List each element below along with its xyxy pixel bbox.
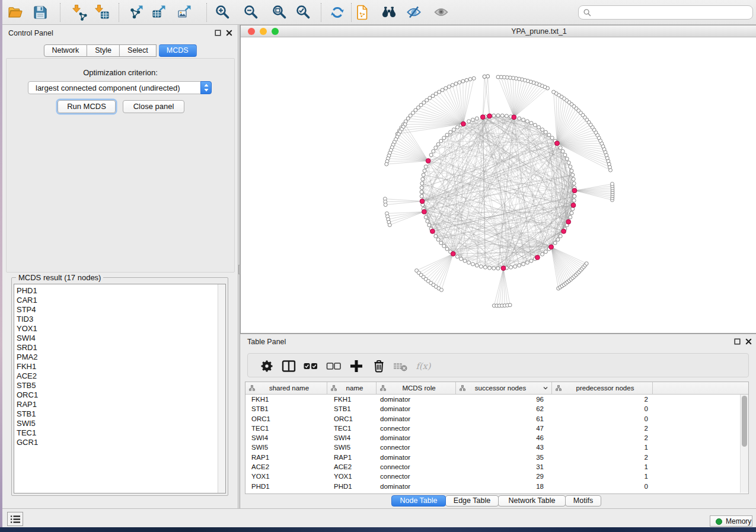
table-settings-icon[interactable]	[259, 358, 275, 374]
float-table-panel-icon[interactable]	[734, 338, 741, 345]
column-header-name[interactable]: name	[327, 382, 377, 394]
table-row[interactable]: TEC1TEC1connector472	[245, 424, 739, 433]
zoom-selected-icon[interactable]	[295, 4, 312, 21]
table-row[interactable]: ORC1ORC1dominator610	[245, 414, 739, 424]
cell[interactable]: connector	[377, 424, 456, 433]
cell[interactable]: 29	[456, 472, 552, 481]
export-table-icon[interactable]	[151, 4, 168, 21]
mcds-result-item[interactable]: YOX1	[17, 324, 216, 334]
select-all-columns-icon[interactable]	[303, 358, 318, 374]
run-mcds-button[interactable]: Run MCDS	[58, 100, 116, 113]
cell[interactable]: YOX1	[327, 472, 377, 481]
cell[interactable]: ACE2	[245, 462, 327, 472]
cell[interactable]: STB1	[245, 404, 327, 414]
table-row[interactable]: ACE2ACE2connector311	[245, 462, 739, 472]
cell[interactable]: 0	[552, 404, 653, 414]
cell[interactable]: dominator	[377, 433, 456, 443]
cell[interactable]: 2	[552, 395, 653, 404]
mcds-result-item[interactable]: RAP1	[17, 400, 216, 409]
column-header-predecessor-nodes[interactable]: predecessor nodes	[552, 382, 653, 394]
zoom-fit-icon[interactable]	[272, 4, 288, 21]
float-panel-icon[interactable]	[215, 30, 221, 36]
network-window-titlebar[interactable]: YPA_prune.txt_1	[241, 25, 756, 37]
save-session-icon[interactable]	[32, 4, 49, 21]
cell[interactable]: PHD1	[245, 482, 327, 491]
zoom-in-icon[interactable]	[215, 4, 231, 21]
close-panel-icon[interactable]	[226, 30, 232, 36]
mcds-result-item[interactable]: STB1	[17, 409, 216, 419]
mcds-result-item[interactable]: PMA2	[17, 352, 216, 362]
table-row[interactable]: SWI4SWI4dominator462	[245, 433, 739, 443]
cell[interactable]: ORC1	[245, 414, 327, 424]
cell[interactable]: 31	[456, 462, 552, 472]
tab-network-table[interactable]: Network Table	[498, 495, 566, 507]
cell[interactable]: STB1	[327, 404, 377, 414]
search-box[interactable]	[578, 5, 753, 20]
table-row[interactable]: YOX1YOX1connector291	[245, 472, 739, 481]
task-history-button[interactable]	[7, 512, 23, 526]
mcds-result-item[interactable]: ORC1	[17, 390, 216, 400]
delete-column-icon[interactable]	[371, 358, 387, 374]
show-all-icon[interactable]	[433, 4, 449, 21]
cell[interactable]: YOX1	[245, 472, 327, 481]
mcds-result-item[interactable]: TID3	[17, 315, 216, 324]
cell[interactable]: 1	[552, 443, 653, 452]
table-scrollbar-thumb[interactable]	[742, 396, 747, 447]
cell[interactable]: 43	[456, 443, 552, 452]
cell[interactable]: SWI4	[327, 433, 377, 443]
criterion-dropdown[interactable]: largest connected component (undirected)	[28, 81, 212, 94]
cell[interactable]: RAP1	[245, 453, 327, 462]
cell[interactable]: 0	[552, 414, 653, 424]
window-close-icon[interactable]	[248, 28, 255, 35]
cell[interactable]: 96	[456, 395, 552, 404]
cell[interactable]: 2	[552, 453, 653, 462]
hide-selected-icon[interactable]	[406, 4, 422, 21]
close-panel-button[interactable]: Close panel	[123, 100, 184, 113]
memory-button[interactable]: Memory	[710, 515, 752, 527]
cell[interactable]: dominator	[377, 453, 456, 462]
tab-motifs[interactable]: Motifs	[565, 495, 601, 507]
mcds-result-item[interactable]: CAR1	[17, 296, 216, 305]
cell[interactable]: ACE2	[327, 462, 377, 472]
mcds-result-item[interactable]: SWI4	[17, 334, 216, 343]
mcds-result-item[interactable]: GCR1	[17, 438, 216, 447]
import-network-icon[interactable]	[71, 4, 87, 21]
cell[interactable]: connector	[377, 462, 456, 472]
cell[interactable]: 35	[456, 453, 552, 462]
function-builder-icon[interactable]: f(x)	[416, 358, 431, 374]
export-network-icon[interactable]	[129, 4, 145, 21]
mcds-result-item[interactable]: STP4	[17, 305, 216, 315]
table-row[interactable]: PHD1PHD1dominator180	[245, 482, 739, 491]
mcds-result-item[interactable]: ACE2	[17, 371, 216, 381]
tab-select[interactable]: Select	[120, 44, 157, 57]
cell[interactable]: 61	[456, 414, 552, 424]
tab-node-table[interactable]: Node Table	[391, 495, 446, 507]
close-table-panel-icon[interactable]	[745, 338, 752, 345]
column-header-MCDS-role[interactable]: MCDS role	[377, 382, 456, 394]
cell[interactable]: 18	[456, 482, 552, 491]
table-row[interactable]: SWI5SWI5connector431	[245, 443, 739, 452]
cell[interactable]: SWI5	[327, 443, 377, 452]
cell[interactable]: 0	[552, 482, 653, 491]
cell[interactable]: PHD1	[327, 482, 377, 491]
table-row[interactable]: RAP1RAP1dominator352	[245, 453, 739, 462]
network-canvas[interactable]	[241, 37, 756, 333]
column-header-shared-name[interactable]: shared name	[245, 382, 327, 394]
table-row[interactable]: STB1STB1dominator620	[245, 404, 739, 414]
cell[interactable]: dominator	[377, 395, 456, 404]
mcds-result-item[interactable]: TEC1	[17, 428, 216, 438]
cell[interactable]: 47	[456, 424, 552, 433]
window-zoom-icon[interactable]	[272, 28, 279, 35]
cell[interactable]: 62	[456, 404, 552, 414]
mcds-result-item[interactable]: FKH1	[17, 362, 216, 371]
window-minimize-icon[interactable]	[260, 28, 267, 35]
add-column-icon[interactable]	[349, 358, 364, 374]
tab-mcds[interactable]: MCDS	[159, 44, 197, 57]
table-row[interactable]: FKH1FKH1dominator962	[245, 395, 739, 404]
cell[interactable]: RAP1	[327, 453, 377, 462]
mcds-result-item[interactable]: PHD1	[17, 286, 216, 296]
zoom-out-icon[interactable]	[243, 4, 260, 21]
export-image-icon[interactable]	[177, 4, 193, 21]
cell[interactable]: dominator	[377, 482, 456, 491]
tab-edge-table[interactable]: Edge Table	[445, 495, 499, 507]
